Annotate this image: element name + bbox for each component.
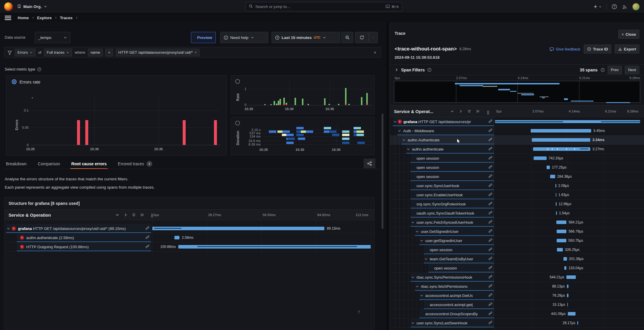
rate-bar[interactable] <box>270 104 272 105</box>
span-bar[interactable] <box>566 275 576 279</box>
rate-error-bar[interactable] <box>345 104 346 105</box>
heatmap-cell[interactable] <box>357 130 364 133</box>
trace-minimap[interactable] <box>394 81 640 103</box>
rate-bar[interactable] <box>278 101 279 105</box>
share-button[interactable] <box>364 159 375 168</box>
span-bar[interactable] <box>557 239 566 242</box>
collapse-one-icon[interactable] <box>115 213 120 217</box>
close-drawer-button[interactable]: × Close <box>618 30 639 39</box>
span-row[interactable]: user.sync.SyncLastSeenHook26.17μs <box>390 318 644 328</box>
clear-filters-button[interactable]: × <box>374 50 377 55</box>
remove-filter-icon[interactable]: × <box>194 50 197 55</box>
heatmap-cell[interactable] <box>357 134 364 136</box>
rate-bar[interactable] <box>324 98 326 105</box>
chevron-down-icon[interactable] <box>402 137 406 143</box>
span-row[interactable]: authn.Authenticate3.34ms <box>390 135 644 145</box>
heatmap-cell[interactable] <box>332 134 339 136</box>
heatmap-cell[interactable] <box>329 130 336 133</box>
link-icon[interactable] <box>488 210 492 216</box>
heatmap-cell[interactable] <box>296 134 304 136</box>
span-bar[interactable] <box>531 129 591 133</box>
collapse-all-icon[interactable] <box>132 213 136 217</box>
span-row[interactable]: user.getSignedInUser550.75μs <box>390 236 644 245</box>
link-icon[interactable] <box>146 235 149 240</box>
heatmap-cell[interactable] <box>357 142 365 144</box>
link-icon[interactable] <box>488 183 492 188</box>
rate-bar[interactable] <box>308 104 309 105</box>
rate-bar[interactable] <box>279 99 281 104</box>
menu-icon[interactable] <box>5 16 11 20</box>
expand-all-icon[interactable] <box>140 213 144 217</box>
span-row[interactable]: accesscontrol.acimpl.GetUs76.29μs <box>390 291 644 300</box>
span-row[interactable]: rbac.sync.fetchPermissions88.13μs <box>390 282 644 291</box>
span-row[interactable]: org.sync.SyncOrgRolesHook12.96μs <box>390 200 644 209</box>
column-resize-handle[interactable] <box>487 111 489 115</box>
span-bar[interactable] <box>564 266 567 270</box>
error-bar[interactable] <box>214 120 217 145</box>
duration-heatmap[interactable]: 2.15 s537 ms134 ms33.6 ms8.39 msDuration… <box>231 117 374 155</box>
datasource-picker[interactable]: _tempo <box>35 32 70 43</box>
span-bar[interactable] <box>174 236 179 239</box>
collapse-all-icon[interactable] <box>467 109 471 113</box>
link-icon[interactable] <box>488 220 492 225</box>
chevron-down-icon[interactable] <box>424 256 428 262</box>
structure-row[interactable]: authn.authenticate (2.58ms)2.58ms <box>4 233 374 242</box>
error-bar[interactable] <box>77 120 80 145</box>
rate-error-bar[interactable] <box>279 104 281 105</box>
span-row[interactable]: accesscontrol.GroupScopesBy441.08μs <box>390 309 644 318</box>
next-span-button[interactable]: Next <box>625 66 639 74</box>
zoom-out-button[interactable] <box>341 32 353 43</box>
link-icon[interactable] <box>488 201 492 207</box>
breadcrumb-item-traces[interactable]: Traces <box>60 16 73 20</box>
time-range-picker[interactable]: Last 15 minutes UTC <box>272 32 340 43</box>
structure-row[interactable]: grafana HTTP GET /api/datasources/proxy/… <box>4 224 374 233</box>
rate-bar[interactable] <box>295 98 296 105</box>
structure-row[interactable]: HTTP Outgoing Request (100.66ms)100.66ms <box>4 242 374 251</box>
link-icon[interactable] <box>488 302 492 307</box>
expand-all-icon[interactable] <box>476 109 480 113</box>
rate-bar[interactable] <box>283 98 285 104</box>
help-icon[interactable] <box>612 4 617 9</box>
span-bar[interactable] <box>556 220 566 224</box>
scroll-to-top-button[interactable]: ↑ <box>354 307 363 316</box>
heatmap-cell[interactable] <box>298 138 305 140</box>
rate-bar[interactable] <box>328 104 330 105</box>
tab-breakdown[interactable]: Breakdown <box>6 159 27 169</box>
span-row[interactable]: open session742.33μs <box>390 154 644 163</box>
heatmap-cell[interactable] <box>286 142 294 144</box>
span-bar[interactable] <box>152 227 324 230</box>
span-row[interactable]: user.sync.EnableUserHook1.63μs <box>390 190 644 200</box>
rate-bar[interactable] <box>366 93 368 104</box>
user-avatar[interactable] <box>632 3 640 11</box>
heatmap-cell[interactable] <box>296 127 304 129</box>
news-icon[interactable] <box>622 4 627 9</box>
preview-button[interactable]: Preview <box>191 32 216 43</box>
filter-metric-select[interactable]: Errors <box>15 49 35 56</box>
link-icon[interactable] <box>488 156 492 161</box>
span-bar[interactable] <box>534 156 547 160</box>
span-row[interactable]: open session326.25μs <box>390 245 644 254</box>
info-circle-icon[interactable] <box>427 68 431 72</box>
chevron-down-icon[interactable] <box>411 320 414 326</box>
span-bar[interactable] <box>577 321 578 325</box>
refresh-button[interactable] <box>355 32 369 43</box>
link-icon[interactable] <box>488 247 492 252</box>
need-help-button[interactable]: Need help <box>220 32 268 43</box>
span-bar[interactable] <box>556 211 557 215</box>
span-row[interactable]: user.sync.SyncUserHook2.08μs <box>390 181 644 190</box>
span-row[interactable]: oauth.sync.SyncOauthTokenHook1.54μs <box>390 209 644 218</box>
heatmap-cell[interactable] <box>286 134 294 136</box>
breadcrumb-item-home[interactable]: Home <box>18 16 29 20</box>
chevron-down-icon[interactable] <box>416 284 419 289</box>
chevron-down-icon[interactable] <box>7 226 10 231</box>
link-icon[interactable] <box>488 311 492 316</box>
rate-bar[interactable] <box>361 97 362 105</box>
span-bar[interactable] <box>547 166 550 169</box>
org-switcher[interactable]: Main Org. <box>17 0 47 13</box>
heatmap-cell[interactable] <box>324 127 331 129</box>
span-bar[interactable] <box>567 294 568 297</box>
span-bar[interactable] <box>495 120 640 123</box>
heatmap-cell[interactable] <box>306 130 313 133</box>
rate-error-bar[interactable] <box>366 104 368 105</box>
rate-bar[interactable] <box>276 104 277 105</box>
